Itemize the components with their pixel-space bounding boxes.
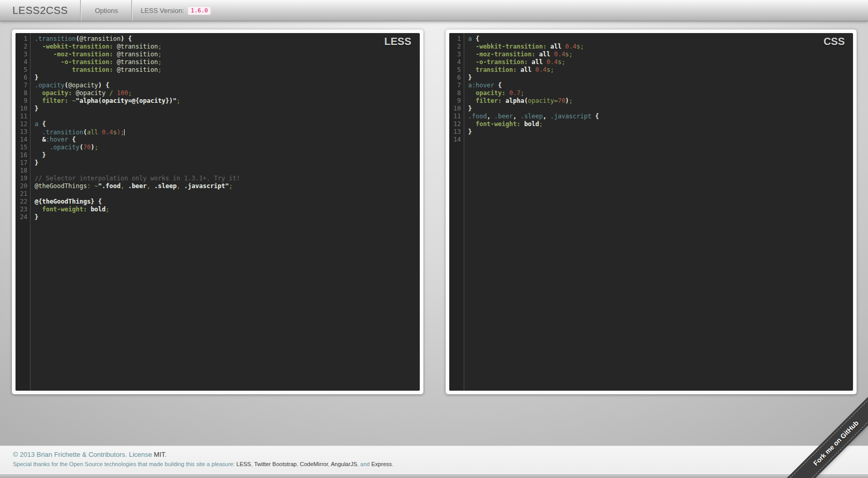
css-editor[interactable]: CSS 1234567891011121314 a { -webkit-tran… <box>449 33 854 391</box>
css-panel-label: CSS <box>824 38 845 45</box>
line-number: 12 <box>449 120 464 128</box>
code-line[interactable]: } <box>468 74 854 82</box>
line-number: 22 <box>16 198 30 206</box>
line-number: 5 <box>449 66 464 74</box>
code-line[interactable]: } <box>35 151 420 159</box>
code-line[interactable]: } <box>35 74 420 82</box>
line-number: 1 <box>16 35 30 43</box>
less-panel-label: LESS <box>384 38 411 45</box>
code-line[interactable] <box>35 167 420 175</box>
line-number: 5 <box>16 66 30 74</box>
line-number: 8 <box>16 89 30 97</box>
code-line[interactable]: &:hover { <box>35 136 420 144</box>
less-panel: LESS 12345678910111213141516171819202122… <box>12 29 423 394</box>
code-line[interactable]: } <box>35 213 420 221</box>
css-code-area: a { -webkit-transition: all 0.4s; -moz-t… <box>464 33 854 391</box>
bottom-strip <box>0 473 868 478</box>
code-line[interactable]: opacity: @opacity / 100; <box>35 89 420 97</box>
line-number: 2 <box>16 43 30 51</box>
line-number: 24 <box>16 213 30 221</box>
navbar: LESS2CSS Options LESS Version: 1.6.0 <box>0 0 868 21</box>
line-number: 21 <box>16 190 30 198</box>
code-line[interactable]: font-weight: bold; <box>468 120 854 128</box>
code-line[interactable]: } <box>35 159 420 167</box>
code-line[interactable]: -o-transition: all 0.4s; <box>468 58 854 66</box>
line-number: 15 <box>16 144 30 151</box>
less-line-numbers: 123456789101112131415161718192021222324 <box>16 33 31 391</box>
app-brand[interactable]: LESS2CSS <box>0 0 80 21</box>
code-line[interactable]: -moz-transition: @transition; <box>35 51 420 58</box>
line-number: 13 <box>16 128 30 136</box>
footer-link[interactable]: MIT <box>154 451 165 458</box>
line-number: 8 <box>449 89 464 97</box>
options-menu[interactable]: Options <box>81 0 131 21</box>
code-line[interactable]: .opacity(@opacity) { <box>35 82 420 89</box>
footer-link[interactable]: Twitter Bootstrap <box>254 461 297 467</box>
code-line[interactable]: @{theGoodThings} { <box>35 198 420 206</box>
code-line[interactable] <box>468 136 854 144</box>
line-number: 10 <box>16 105 30 113</box>
main-content: LESS 12345678910111213141516171819202122… <box>0 21 868 445</box>
line-number: 17 <box>16 159 30 167</box>
code-line[interactable]: // Selector interpolation only works in … <box>35 175 420 182</box>
line-number: 2 <box>449 43 464 51</box>
footer-link[interactable]: CodeMirror <box>300 461 328 467</box>
code-line[interactable]: .transition(@transition) { <box>35 35 420 43</box>
line-number: 23 <box>16 206 30 213</box>
line-number: 16 <box>16 151 30 159</box>
less-version-badge: 1.6.0 <box>188 6 211 15</box>
footer: © 2013 Brian Frichette & Contributors. L… <box>0 445 868 473</box>
line-number: 19 <box>16 175 30 182</box>
line-number: 4 <box>449 58 464 66</box>
code-line[interactable]: } <box>468 128 854 136</box>
code-line[interactable]: a:hover { <box>468 82 854 89</box>
less-code-area[interactable]: .transition(@transition) { -webkit-trans… <box>31 33 420 391</box>
line-number: 10 <box>449 105 464 113</box>
less-version-label: LESS Version: <box>141 7 184 14</box>
line-number: 20 <box>16 182 30 190</box>
code-line[interactable]: @theGoodThings: ~".food, .beer, .sleep, … <box>35 182 420 190</box>
line-number: 3 <box>16 51 30 58</box>
code-line[interactable]: transition: all 0.4s; <box>468 66 854 74</box>
code-line[interactable]: } <box>468 105 854 113</box>
footer-link[interactable]: AngularJS <box>331 461 357 467</box>
code-line[interactable]: a { <box>35 120 420 128</box>
code-line[interactable]: .opacity(70); <box>35 144 420 151</box>
code-line[interactable]: .transition(all 0.4s); <box>35 128 420 136</box>
line-number: 14 <box>449 136 464 144</box>
line-number: 9 <box>16 97 30 105</box>
footer-link[interactable]: Express <box>371 461 392 467</box>
code-line[interactable]: opacity: 0.7; <box>468 89 854 97</box>
code-line[interactable]: font-weight: bold; <box>35 206 420 213</box>
thanks-line: Special thanks for the Open Source techn… <box>13 461 855 467</box>
line-number: 12 <box>16 120 30 128</box>
code-line[interactable]: transition: @transition; <box>35 66 420 74</box>
css-line-numbers: 1234567891011121314 <box>449 33 464 391</box>
line-number: 7 <box>449 82 464 89</box>
line-number: 6 <box>16 74 30 82</box>
code-line[interactable] <box>35 113 420 120</box>
code-line[interactable]: a { <box>468 35 854 43</box>
code-line[interactable] <box>35 190 420 198</box>
less-editor[interactable]: LESS 12345678910111213141516171819202122… <box>16 33 420 391</box>
code-line[interactable]: filter: alpha(opacity=70); <box>468 97 854 105</box>
copyright-line: © 2013 Brian Frichette & Contributors. L… <box>13 451 855 458</box>
line-number: 11 <box>449 113 464 120</box>
line-number: 13 <box>449 128 464 136</box>
code-line[interactable]: filter: ~"alpha(opacity=@{opacity})"; <box>35 97 420 105</box>
line-number: 14 <box>16 136 30 144</box>
line-number: 4 <box>16 58 30 66</box>
code-line[interactable]: .food, .beer, .sleep, .javascript { <box>468 113 854 120</box>
css-panel: CSS 1234567891011121314 a { -webkit-tran… <box>446 29 857 394</box>
line-number: 1 <box>449 35 464 43</box>
code-line[interactable]: } <box>35 105 420 113</box>
code-line[interactable]: -webkit-transition: all 0.4s; <box>468 43 854 51</box>
footer-link[interactable]: LESS <box>236 461 251 467</box>
line-number: 6 <box>449 74 464 82</box>
code-line[interactable]: -o-transition: @transition; <box>35 58 420 66</box>
line-number: 9 <box>449 97 464 105</box>
line-number: 3 <box>449 51 464 58</box>
code-line[interactable]: -moz-transition: all 0.4s; <box>468 51 854 58</box>
less-version-indicator: LESS Version: 1.6.0 <box>132 0 219 21</box>
code-line[interactable]: -webkit-transition: @transition; <box>35 43 420 51</box>
